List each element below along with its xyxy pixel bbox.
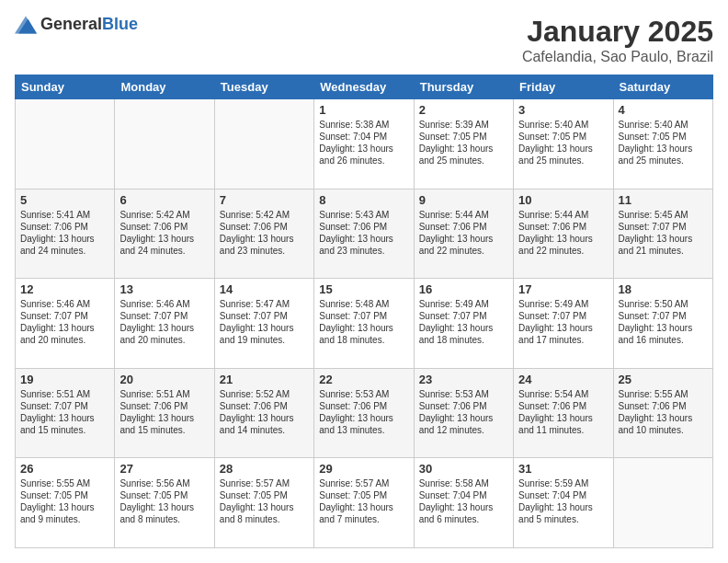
col-monday: Monday bbox=[115, 75, 214, 99]
table-row: 17Sunrise: 5:49 AM Sunset: 7:07 PM Dayli… bbox=[514, 279, 613, 369]
table-row bbox=[115, 99, 214, 190]
table-row: 23Sunrise: 5:53 AM Sunset: 7:06 PM Dayli… bbox=[414, 368, 513, 458]
cell-daylight-text: Sunrise: 5:52 AM Sunset: 7:06 PM Dayligh… bbox=[220, 388, 309, 436]
table-row: 15Sunrise: 5:48 AM Sunset: 7:07 PM Dayli… bbox=[314, 279, 414, 369]
day-number: 13 bbox=[119, 282, 209, 296]
day-number: 15 bbox=[319, 282, 408, 296]
page: GeneralBlue January 2025 Cafelandia, Sao… bbox=[0, 0, 728, 563]
calendar-table: Sunday Monday Tuesday Wednesday Thursday… bbox=[15, 75, 713, 548]
cell-daylight-text: Sunrise: 5:41 AM Sunset: 7:06 PM Dayligh… bbox=[20, 209, 109, 257]
cell-daylight-text: Sunrise: 5:57 AM Sunset: 7:05 PM Dayligh… bbox=[319, 477, 408, 525]
day-number: 3 bbox=[518, 103, 608, 117]
table-row bbox=[16, 99, 115, 190]
table-row: 29Sunrise: 5:57 AM Sunset: 7:05 PM Dayli… bbox=[314, 458, 414, 548]
page-title: January 2025 bbox=[522, 15, 713, 49]
cell-daylight-text: Sunrise: 5:59 AM Sunset: 7:04 PM Dayligh… bbox=[518, 477, 608, 525]
table-row: 21Sunrise: 5:52 AM Sunset: 7:06 PM Dayli… bbox=[214, 368, 313, 458]
cell-daylight-text: Sunrise: 5:51 AM Sunset: 7:06 PM Dayligh… bbox=[119, 388, 209, 436]
table-row: 8Sunrise: 5:43 AM Sunset: 7:06 PM Daylig… bbox=[314, 189, 414, 279]
cell-daylight-text: Sunrise: 5:51 AM Sunset: 7:07 PM Dayligh… bbox=[20, 388, 109, 436]
table-row: 22Sunrise: 5:53 AM Sunset: 7:06 PM Dayli… bbox=[314, 368, 414, 458]
cell-daylight-text: Sunrise: 5:45 AM Sunset: 7:07 PM Dayligh… bbox=[619, 209, 708, 257]
cell-daylight-text: Sunrise: 5:55 AM Sunset: 7:06 PM Dayligh… bbox=[619, 388, 708, 436]
day-number: 25 bbox=[619, 373, 708, 386]
calendar-week-row: 26Sunrise: 5:55 AM Sunset: 7:05 PM Dayli… bbox=[16, 458, 713, 548]
table-row bbox=[613, 458, 712, 548]
day-number: 2 bbox=[419, 103, 508, 117]
table-row: 20Sunrise: 5:51 AM Sunset: 7:06 PM Dayli… bbox=[115, 368, 214, 458]
day-number: 24 bbox=[518, 373, 608, 386]
cell-daylight-text: Sunrise: 5:53 AM Sunset: 7:06 PM Dayligh… bbox=[419, 388, 508, 436]
cell-daylight-text: Sunrise: 5:54 AM Sunset: 7:06 PM Dayligh… bbox=[518, 388, 608, 436]
table-row bbox=[214, 99, 313, 190]
table-row: 14Sunrise: 5:47 AM Sunset: 7:07 PM Dayli… bbox=[214, 279, 313, 369]
day-number: 21 bbox=[220, 373, 309, 386]
logo: GeneralBlue bbox=[15, 15, 138, 34]
calendar-header-row: Sunday Monday Tuesday Wednesday Thursday… bbox=[16, 75, 713, 99]
table-row: 16Sunrise: 5:49 AM Sunset: 7:07 PM Dayli… bbox=[414, 279, 513, 369]
table-row: 18Sunrise: 5:50 AM Sunset: 7:07 PM Dayli… bbox=[613, 279, 712, 369]
day-number: 9 bbox=[419, 193, 508, 207]
table-row: 28Sunrise: 5:57 AM Sunset: 7:05 PM Dayli… bbox=[214, 458, 313, 548]
cell-daylight-text: Sunrise: 5:38 AM Sunset: 7:04 PM Dayligh… bbox=[319, 119, 408, 167]
day-number: 11 bbox=[619, 193, 708, 207]
day-number: 26 bbox=[20, 462, 109, 476]
cell-daylight-text: Sunrise: 5:57 AM Sunset: 7:05 PM Dayligh… bbox=[220, 477, 309, 525]
cell-daylight-text: Sunrise: 5:50 AM Sunset: 7:07 PM Dayligh… bbox=[619, 298, 708, 346]
calendar-week-row: 19Sunrise: 5:51 AM Sunset: 7:07 PM Dayli… bbox=[16, 368, 713, 458]
table-row: 2Sunrise: 5:39 AM Sunset: 7:05 PM Daylig… bbox=[414, 99, 513, 190]
table-row: 5Sunrise: 5:41 AM Sunset: 7:06 PM Daylig… bbox=[16, 189, 115, 279]
day-number: 16 bbox=[419, 282, 508, 296]
calendar-week-row: 5Sunrise: 5:41 AM Sunset: 7:06 PM Daylig… bbox=[16, 189, 713, 279]
title-block: January 2025 Cafelandia, Sao Paulo, Braz… bbox=[522, 15, 713, 65]
cell-daylight-text: Sunrise: 5:42 AM Sunset: 7:06 PM Dayligh… bbox=[220, 209, 309, 257]
table-row: 6Sunrise: 5:42 AM Sunset: 7:06 PM Daylig… bbox=[115, 189, 214, 279]
cell-daylight-text: Sunrise: 5:56 AM Sunset: 7:05 PM Dayligh… bbox=[119, 477, 209, 525]
cell-daylight-text: Sunrise: 5:43 AM Sunset: 7:06 PM Dayligh… bbox=[319, 209, 408, 257]
cell-daylight-text: Sunrise: 5:55 AM Sunset: 7:05 PM Dayligh… bbox=[20, 477, 109, 525]
cell-daylight-text: Sunrise: 5:46 AM Sunset: 7:07 PM Dayligh… bbox=[119, 298, 209, 346]
cell-daylight-text: Sunrise: 5:44 AM Sunset: 7:06 PM Dayligh… bbox=[419, 209, 508, 257]
logo-general: General bbox=[40, 15, 102, 33]
col-tuesday: Tuesday bbox=[214, 75, 313, 99]
cell-daylight-text: Sunrise: 5:39 AM Sunset: 7:05 PM Dayligh… bbox=[419, 119, 508, 167]
table-row: 12Sunrise: 5:46 AM Sunset: 7:07 PM Dayli… bbox=[16, 279, 115, 369]
day-number: 5 bbox=[20, 193, 109, 207]
table-row: 19Sunrise: 5:51 AM Sunset: 7:07 PM Dayli… bbox=[16, 368, 115, 458]
table-row: 24Sunrise: 5:54 AM Sunset: 7:06 PM Dayli… bbox=[514, 368, 613, 458]
cell-daylight-text: Sunrise: 5:58 AM Sunset: 7:04 PM Dayligh… bbox=[419, 477, 508, 525]
cell-daylight-text: Sunrise: 5:46 AM Sunset: 7:07 PM Dayligh… bbox=[20, 298, 109, 346]
day-number: 29 bbox=[319, 462, 408, 476]
table-row: 10Sunrise: 5:44 AM Sunset: 7:06 PM Dayli… bbox=[514, 189, 613, 279]
day-number: 20 bbox=[119, 373, 209, 386]
logo-text: GeneralBlue bbox=[40, 15, 138, 34]
logo-icon bbox=[15, 16, 37, 34]
header: GeneralBlue January 2025 Cafelandia, Sao… bbox=[15, 15, 713, 65]
day-number: 1 bbox=[319, 103, 408, 117]
day-number: 7 bbox=[220, 193, 309, 207]
table-row: 11Sunrise: 5:45 AM Sunset: 7:07 PM Dayli… bbox=[613, 189, 712, 279]
day-number: 28 bbox=[220, 462, 309, 476]
day-number: 22 bbox=[319, 373, 408, 386]
day-number: 14 bbox=[220, 282, 309, 296]
day-number: 17 bbox=[518, 282, 608, 296]
day-number: 8 bbox=[319, 193, 408, 207]
col-wednesday: Wednesday bbox=[314, 75, 414, 99]
cell-daylight-text: Sunrise: 5:44 AM Sunset: 7:06 PM Dayligh… bbox=[518, 209, 608, 257]
day-number: 19 bbox=[20, 373, 109, 386]
day-number: 27 bbox=[119, 462, 209, 476]
cell-daylight-text: Sunrise: 5:48 AM Sunset: 7:07 PM Dayligh… bbox=[319, 298, 408, 346]
col-sunday: Sunday bbox=[16, 75, 115, 99]
table-row: 30Sunrise: 5:58 AM Sunset: 7:04 PM Dayli… bbox=[414, 458, 513, 548]
logo-blue: Blue bbox=[102, 15, 138, 33]
table-row: 3Sunrise: 5:40 AM Sunset: 7:05 PM Daylig… bbox=[514, 99, 613, 190]
col-saturday: Saturday bbox=[613, 75, 712, 99]
table-row: 27Sunrise: 5:56 AM Sunset: 7:05 PM Dayli… bbox=[115, 458, 214, 548]
cell-daylight-text: Sunrise: 5:53 AM Sunset: 7:06 PM Dayligh… bbox=[319, 388, 408, 436]
table-row: 7Sunrise: 5:42 AM Sunset: 7:06 PM Daylig… bbox=[214, 189, 313, 279]
day-number: 18 bbox=[619, 282, 708, 296]
table-row: 25Sunrise: 5:55 AM Sunset: 7:06 PM Dayli… bbox=[613, 368, 712, 458]
day-number: 12 bbox=[20, 282, 109, 296]
calendar-week-row: 12Sunrise: 5:46 AM Sunset: 7:07 PM Dayli… bbox=[16, 279, 713, 369]
day-number: 4 bbox=[619, 103, 708, 117]
